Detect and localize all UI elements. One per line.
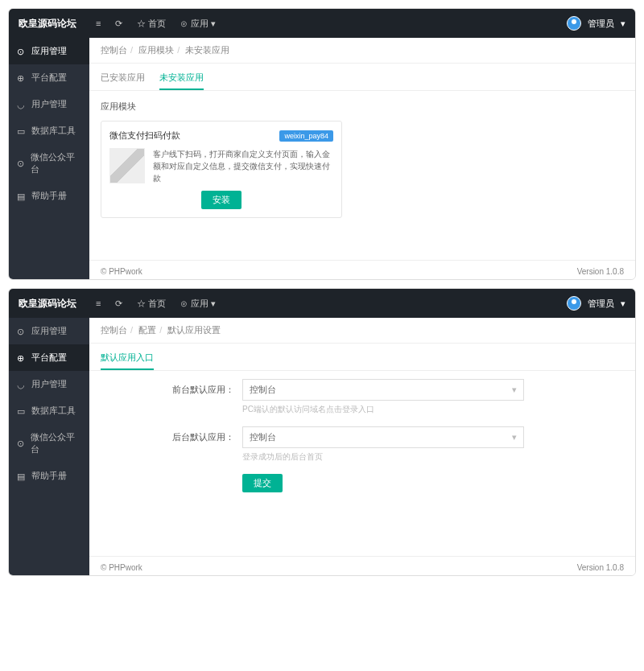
tab-default-entry[interactable]: 默认应用入口 bbox=[101, 344, 154, 370]
sidebar-toggle-icon[interactable]: ≡ bbox=[96, 19, 101, 28]
topbar: 欧皇源码论坛 ≡ ⟳ ☆ 首页 ⊙ 应用 ▾ 管理员 ▾ bbox=[9, 9, 635, 38]
sidebar-item-help[interactable]: ▤帮助手册 bbox=[9, 183, 89, 209]
tabs-2: 默认应用入口 bbox=[89, 344, 635, 371]
sidebar-toggle-icon-2[interactable]: ≡ bbox=[96, 298, 101, 308]
database-icon: ▭ bbox=[17, 126, 27, 136]
content: 应用模块 微信支付扫码付款 weixin_pay84 客户线下扫码，打开商家自定… bbox=[89, 91, 635, 260]
window-1: 欧皇源码论坛 ≡ ⟳ ☆ 首页 ⊙ 应用 ▾ 管理员 ▾ ⊙应用管理 ⊕平台配置… bbox=[8, 8, 636, 280]
user-icon-2: ◡ bbox=[17, 380, 27, 389]
sidebar-item-app-manage[interactable]: ⊙应用管理 bbox=[9, 38, 89, 64]
refresh-icon-2[interactable]: ⟳ bbox=[115, 298, 122, 309]
form-content: 前台默认应用： 控制台 ▾ PC端认的默认访问域名点击登录入口 后台默认应用： … bbox=[89, 371, 635, 556]
gear-icon-2: ⊙ bbox=[17, 327, 27, 336]
footer-right: Version 1.0.8 bbox=[577, 267, 624, 276]
avatar-icon bbox=[567, 16, 581, 31]
sidebar-item-user-manage[interactable]: ◡用户管理 bbox=[9, 91, 89, 117]
label-frontend: 前台默认应用： bbox=[89, 379, 234, 396]
crumb-1b[interactable]: 控制台 bbox=[101, 325, 127, 335]
main-2: 控制台/ 配置/ 默认应用设置 默认应用入口 前台默认应用： 控制台 ▾ PC端… bbox=[89, 318, 635, 575]
username: 管理员 bbox=[588, 18, 614, 30]
avatar-icon-2 bbox=[567, 296, 581, 311]
footer-2: © PHPwork Version 1.0.8 bbox=[89, 556, 635, 575]
sidebar-item-wechat[interactable]: ⊙微信公众平台 bbox=[9, 144, 89, 183]
crumb-2[interactable]: 应用模块 bbox=[138, 45, 174, 55]
book-icon: ▤ bbox=[17, 191, 27, 201]
window-2: 欧皇源码论坛 ≡ ⟳ ☆ 首页 ⊙ 应用 ▾ 管理员 ▾ ⊙应用管理 ⊕平台配置… bbox=[8, 288, 636, 576]
install-button[interactable]: 安装 bbox=[201, 191, 242, 209]
top-actions: ≡ ⟳ ☆ 首页 ⊙ 应用 ▾ bbox=[96, 18, 216, 30]
database-icon-2: ▭ bbox=[17, 406, 27, 416]
user-menu[interactable]: 管理员 ▾ bbox=[567, 16, 625, 31]
breadcrumb: 控制台/ 应用模块/ 未安装应用 bbox=[89, 38, 635, 64]
home-link[interactable]: ☆ 首页 bbox=[137, 18, 166, 30]
crumb-1[interactable]: 控制台 bbox=[101, 45, 127, 55]
app-card: 微信支付扫码付款 weixin_pay84 客户线下扫码，打开商家自定义支付页面… bbox=[101, 121, 342, 218]
select-frontend[interactable]: 控制台 ▾ bbox=[242, 379, 524, 401]
home-link-2[interactable]: ☆ 首页 bbox=[137, 298, 166, 310]
footer-left-2: © PHPwork bbox=[101, 563, 142, 572]
footer-left: © PHPwork bbox=[101, 267, 142, 276]
hint-backend: 登录成功后的后台首页 bbox=[242, 451, 524, 463]
tab-installed[interactable]: 已安装应用 bbox=[101, 64, 145, 90]
tab-not-installed[interactable]: 未安装应用 bbox=[159, 64, 204, 90]
crumb-3: 未安装应用 bbox=[185, 45, 229, 55]
card-thumbnail bbox=[109, 148, 145, 183]
settings-icon: ⊕ bbox=[17, 73, 27, 83]
sidebar-item-platform-config[interactable]: ⊕平台配置 bbox=[9, 64, 89, 91]
crumb-2b[interactable]: 配置 bbox=[138, 325, 156, 335]
footer: © PHPwork Version 1.0.8 bbox=[89, 260, 635, 279]
sidebar-item-db-tools[interactable]: ▭数据库工具 bbox=[9, 117, 89, 144]
app-dropdown-2[interactable]: ⊙ 应用 ▾ bbox=[180, 298, 215, 310]
sidebar-item-help-2[interactable]: ▤帮助手册 bbox=[9, 463, 89, 489]
chevron-down-icon-select1: ▾ bbox=[512, 385, 517, 395]
submit-button[interactable]: 提交 bbox=[242, 474, 283, 492]
sidebar-item-app-manage-2[interactable]: ⊙应用管理 bbox=[9, 318, 89, 344]
top-actions-2: ≡ ⟳ ☆ 首页 ⊙ 应用 ▾ bbox=[96, 298, 216, 310]
wechat-icon: ⊙ bbox=[17, 158, 26, 168]
chevron-down-icon-select2: ▾ bbox=[512, 432, 517, 443]
label-backend: 后台默认应用： bbox=[89, 426, 234, 443]
sidebar: ⊙应用管理 ⊕平台配置 ◡用户管理 ▭数据库工具 ⊙微信公众平台 ▤帮助手册 bbox=[9, 38, 89, 279]
breadcrumb-2: 控制台/ 配置/ 默认应用设置 bbox=[89, 318, 635, 344]
brand: 欧皇源码论坛 bbox=[19, 17, 76, 31]
user-menu-2[interactable]: 管理员 ▾ bbox=[567, 296, 625, 311]
module-badge: weixin_pay84 bbox=[279, 130, 333, 142]
chevron-down-icon: ▾ bbox=[621, 19, 625, 29]
form-row-frontend: 前台默认应用： 控制台 ▾ PC端认的默认访问域名点击登录入口 bbox=[89, 379, 635, 415]
username-2: 管理员 bbox=[588, 298, 614, 310]
sidebar-item-db-tools-2[interactable]: ▭数据库工具 bbox=[9, 397, 89, 424]
sidebar-2: ⊙应用管理 ⊕平台配置 ◡用户管理 ▭数据库工具 ⊙微信公众平台 ▤帮助手册 bbox=[9, 318, 89, 575]
user-icon: ◡ bbox=[17, 100, 27, 109]
chevron-down-icon-2: ▾ bbox=[621, 298, 625, 309]
brand-2: 欧皇源码论坛 bbox=[19, 297, 76, 311]
sidebar-item-platform-config-2[interactable]: ⊕平台配置 bbox=[9, 344, 89, 371]
select-backend[interactable]: 控制台 ▾ bbox=[242, 426, 524, 448]
card-description: 客户线下扫码，打开商家自定义支付页面，输入金额和对应自定义信息，提交微信支付，实… bbox=[153, 148, 333, 184]
main-1: 控制台/ 应用模块/ 未安装应用 已安装应用 未安装应用 应用模块 微信支付扫码… bbox=[89, 38, 635, 279]
crumb-3b: 默认应用设置 bbox=[167, 325, 221, 335]
gear-icon: ⊙ bbox=[17, 47, 27, 56]
sidebar-item-wechat-2[interactable]: ⊙微信公众平台 bbox=[9, 424, 89, 463]
form-row-submit: 提交 bbox=[89, 474, 635, 492]
form-row-backend: 后台默认应用： 控制台 ▾ 登录成功后的后台首页 bbox=[89, 426, 635, 463]
hint-frontend: PC端认的默认访问域名点击登录入口 bbox=[242, 404, 524, 415]
topbar-2: 欧皇源码论坛 ≡ ⟳ ☆ 首页 ⊙ 应用 ▾ 管理员 ▾ bbox=[9, 289, 635, 318]
book-icon-2: ▤ bbox=[17, 471, 27, 481]
wechat-icon-2: ⊙ bbox=[17, 438, 26, 448]
sidebar-item-user-manage-2[interactable]: ◡用户管理 bbox=[9, 371, 89, 397]
card-title: 微信支付扫码付款 bbox=[109, 130, 180, 142]
refresh-icon[interactable]: ⟳ bbox=[115, 19, 122, 29]
settings-icon-2: ⊕ bbox=[17, 353, 27, 363]
tabs: 已安装应用 未安装应用 bbox=[89, 64, 635, 91]
section-title: 应用模块 bbox=[101, 101, 624, 113]
footer-right-2: Version 1.0.8 bbox=[577, 563, 624, 572]
app-dropdown[interactable]: ⊙ 应用 ▾ bbox=[180, 18, 215, 30]
